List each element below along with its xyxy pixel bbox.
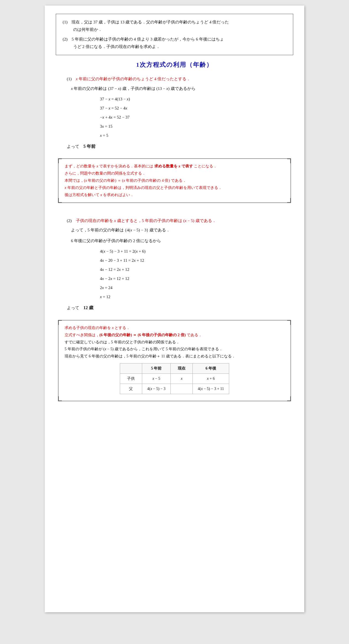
part2-equations: 4(x − 5) − 3 + 11 = 2(x + 6) 4x − 20 − 3… <box>100 247 293 301</box>
age-table: 5 年前 現在 6 年後 子供 x − 5 x x + 6 <box>120 363 229 394</box>
hint1-line5: 後は方程式を解いて x を求めればよい． <box>65 191 284 199</box>
hint1-line2: さらに，問題中の数量の間の関係を立式する． <box>65 170 284 177</box>
section-title: 1次方程式の利用（年齢） <box>56 61 293 69</box>
problem-2: (2) 5 年前に父の年齢は子供の年齢の 4 倍より 3 歳若かったが，今から … <box>63 36 286 50</box>
table-cell-child-label: 子供 <box>120 374 142 384</box>
table-cell-father-5ago: 4(x − 5) − 3 <box>142 384 170 394</box>
table-header-now: 現在 <box>171 364 193 374</box>
part1-answer: よって 5 年前 <box>67 142 293 151</box>
hint-box-1: まず，どの数量を x で表すかを決める．基本的には 求める数量を x で表す こ… <box>58 158 291 203</box>
table-row-father: 父 4(x − 5) − 3 4(x − 5) − 3 + 11 <box>120 384 229 394</box>
table-cell-child-6later: x + 6 <box>193 374 229 384</box>
table-header-6years-later: 6 年後 <box>193 364 229 374</box>
age-table-container: 5 年前 現在 6 年後 子供 x − 5 x x + 6 <box>65 363 284 394</box>
hint2-line1: 求める子供の現在の年齢を x とする． <box>65 324 284 332</box>
hint2-line2: 立式すべき関係は，(6 年後の父の年齢) ＝ (6 年後の子供の年齢の 2 倍)… <box>65 332 284 339</box>
part1-equations: 37 − x = 4(13 − x) 37 − x = 52 − 4x −x +… <box>100 95 293 140</box>
part1-header: (1) x 年前に父の年齢が子供の年齢のちょうど 4 倍だったとする． <box>67 75 293 83</box>
hint2-line5: 現在から見て 6 年後の父の年齢は，5 年前の父の年齢＋ 11 歳である．表にま… <box>65 353 284 360</box>
problem-1: (1) 現在，父は 37 歳，子供は 13 歳である．父の年齢が子供の年齢のちょ… <box>63 18 286 33</box>
hint2-line4: 5 年前の子供の年齢が (x − 5) 歳であるから，これを用いて 5 年前の父… <box>65 346 284 353</box>
part1-line1: x 年前の父の年齢は (37 − x) 歳，子供の年齢は (13 − x) 歳で… <box>67 85 293 93</box>
problem-box: (1) 現在，父は 37 歳，子供は 13 歳である．父の年齢が子供の年齢のちょ… <box>56 14 293 55</box>
part1: (1) x 年前に父の年齢が子供の年齢のちょうど 4 倍だったとする． x 年前… <box>56 75 293 151</box>
solution: (1) x 年前に父の年齢が子供の年齢のちょうど 4 倍だったとする． x 年前… <box>56 75 293 401</box>
table-cell-father-label: 父 <box>120 384 142 394</box>
table-cell-child-now: x <box>171 374 193 384</box>
table-cell-father-6later: 4(x − 5) − 3 + 11 <box>193 384 229 394</box>
hint-box-2: 求める子供の現在の年齢を x とする． 立式すべき関係は，(6 年後の父の年齢)… <box>58 320 291 401</box>
table-cell-father-now <box>171 384 193 394</box>
page: (1) 現在，父は 37 歳，子供は 13 歳である．父の年齢が子供の年齢のちょ… <box>45 6 304 612</box>
table-row-child: 子供 x − 5 x x + 6 <box>120 374 229 384</box>
hint2-line3: すでに確定しているのは，5 年前の父と子供の年齢の関係である． <box>65 339 284 346</box>
hint1-line4: x 年前の父の年齢と子供の年齢は，判明済みの現在の父と子供の年齢を用いて表現でき… <box>65 184 284 191</box>
table-header-empty <box>120 364 142 374</box>
part2-line1: よって，5 年前の父の年齢は {4(x − 5) − 3} 歳である． <box>67 226 293 234</box>
table-cell-child-5ago: x − 5 <box>142 374 170 384</box>
part2-line2: 6 年後に父の年齢が子供の年齢の 2 倍になるから <box>67 234 293 245</box>
part2-header: (2) 子供の現在の年齢を x 歳とすると，5 年前の子供の年齢は (x − 5… <box>67 217 293 225</box>
part2-answer: よって 12 歳 <box>67 304 293 312</box>
hint1-line3: 本間では，(x 年前の父の年齢) ＝ (x 年前の子供の年齢の 4 倍) である… <box>65 177 284 184</box>
table-header-5years-ago: 5 年前 <box>142 364 170 374</box>
hint1-line1: まず，どの数量を x で表すかを決める．基本的には 求める数量を x で表す こ… <box>65 163 284 170</box>
part2: (2) 子供の現在の年齢を x 歳とすると，5 年前の子供の年齢は (x − 5… <box>56 217 293 312</box>
